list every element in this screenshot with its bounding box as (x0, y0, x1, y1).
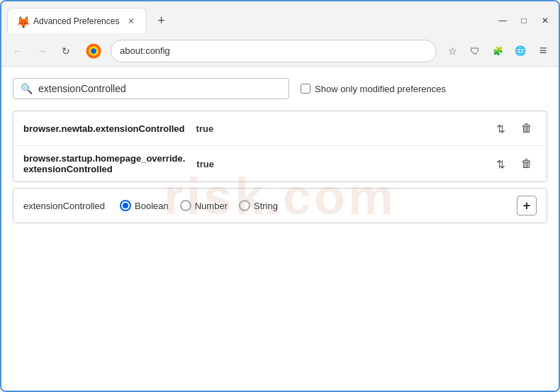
show-modified-row: Show only modified preferences (301, 84, 446, 94)
swap-button[interactable]: ⇄ (491, 118, 511, 138)
tab-favicon: 🦊 (16, 16, 28, 27)
minimize-button[interactable]: — (495, 13, 510, 28)
address-bar[interactable]: about:config (111, 40, 437, 62)
pref-name: browser.newtab.extensionControlled (23, 123, 185, 134)
table-row[interactable]: browser.newtab.extensionControlled true … (13, 111, 547, 146)
type-radio-group: Boolean Number String (120, 200, 278, 211)
maximize-button[interactable]: □ (516, 13, 532, 28)
tab-close-button[interactable]: ✕ (125, 15, 138, 28)
search-icon: 🔍 (21, 83, 33, 94)
back-button[interactable]: ← (7, 40, 28, 62)
table-row[interactable]: browser.startup.homepage_override. exten… (13, 146, 547, 181)
menu-icon[interactable]: ≡ (533, 41, 553, 61)
svg-point-2 (91, 48, 96, 54)
search-bar-row: 🔍 Show only modified preferences (13, 78, 547, 99)
nav-icons-right: ☆ 🛡 🧩 🌐 ≡ (442, 41, 553, 61)
swap-icon: ⇄ (495, 159, 508, 169)
window-controls: — □ ✕ (495, 13, 553, 28)
address-text: about:config (120, 45, 427, 56)
bookmark-icon[interactable]: ☆ (442, 41, 462, 61)
radio-boolean-label: Boolean (135, 201, 169, 211)
nav-bar: ← → ↻ about:config ☆ 🛡 🧩 🌐 ≡ (1, 35, 559, 67)
swap-icon: ⇄ (495, 124, 508, 133)
add-preference-button[interactable]: + (517, 196, 537, 215)
radio-number-label: Number (195, 201, 228, 211)
shield-icon[interactable]: 🛡 (465, 41, 485, 61)
show-modified-checkbox[interactable] (301, 84, 310, 94)
radio-number-circle (180, 200, 191, 211)
page-content: risk.com 🔍 Show only modified preference… (1, 67, 559, 391)
new-pref-row: extensionControlled Boolean Number Strin… (13, 188, 547, 223)
pref-actions: ⇄ 🗑 (491, 118, 537, 138)
firefox-logo (85, 43, 102, 60)
radio-number[interactable]: Number (180, 200, 228, 211)
pref-value: true (196, 159, 491, 169)
radio-string-circle (239, 200, 250, 211)
browser-window: 🦊 Advanced Preferences ✕ + — □ ✕ ← → ↻ a… (0, 0, 560, 392)
pref-name: browser.startup.homepage_override. exten… (23, 153, 185, 174)
tab-title: Advanced Preferences (33, 16, 119, 26)
new-pref-name: extensionControlled (23, 201, 108, 211)
radio-string-label: String (254, 201, 278, 211)
radio-boolean-circle (120, 200, 131, 211)
search-input-wrap[interactable]: 🔍 (13, 78, 289, 99)
active-tab[interactable]: 🦊 Advanced Preferences ✕ (7, 8, 147, 33)
delete-button[interactable]: 🗑 (517, 154, 537, 174)
forward-button[interactable]: → (31, 40, 52, 62)
firefox-brand (82, 43, 105, 60)
title-bar: 🦊 Advanced Preferences ✕ + — □ ✕ (1, 1, 559, 35)
radio-boolean[interactable]: Boolean (120, 200, 169, 211)
reload-button[interactable]: ↻ (55, 40, 77, 62)
delete-button[interactable]: 🗑 (517, 118, 537, 138)
new-tab-button[interactable]: + (151, 11, 171, 30)
swap-button[interactable]: ⇄ (491, 154, 511, 174)
show-modified-label[interactable]: Show only modified preferences (315, 84, 446, 94)
search-input[interactable] (38, 83, 281, 94)
pref-actions: ⇄ 🗑 (491, 154, 537, 174)
more-icon[interactable]: 🌐 (510, 41, 530, 61)
prefs-table: browser.newtab.extensionControlled true … (13, 111, 547, 182)
extension-icon[interactable]: 🧩 (488, 41, 508, 61)
pref-value: true (196, 123, 491, 134)
radio-string[interactable]: String (239, 200, 278, 211)
close-button[interactable]: ✕ (537, 13, 553, 28)
